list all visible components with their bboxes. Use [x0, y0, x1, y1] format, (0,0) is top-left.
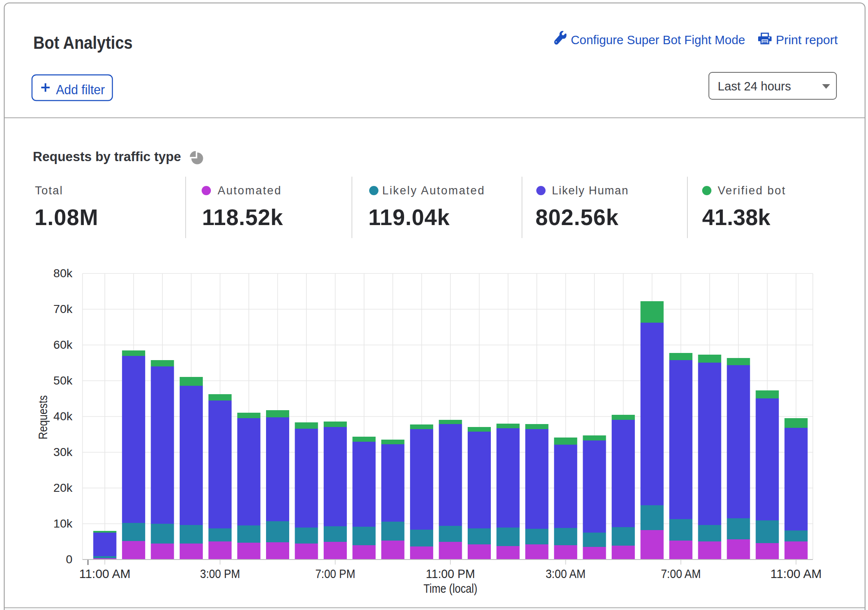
- svg-text:60k: 60k: [53, 338, 73, 351]
- svg-text:50k: 50k: [53, 374, 73, 387]
- svg-text:3:00 AM: 3:00 AM: [546, 567, 586, 581]
- svg-text:20k: 20k: [53, 481, 73, 494]
- svg-text:11:00 AM: 11:00 AM: [770, 567, 822, 581]
- svg-text:7:00 AM: 7:00 AM: [661, 567, 701, 581]
- svg-text:Automated: Automated: [218, 184, 281, 197]
- svg-text:11:00 PM: 11:00 PM: [426, 567, 475, 581]
- svg-text:Bot Analytics: Bot Analytics: [33, 32, 133, 53]
- svg-text:Configure Super Bot Fight Mode: Configure Super Bot Fight Mode: [571, 33, 745, 47]
- svg-text:Likely Automated: Likely Automated: [382, 184, 484, 197]
- svg-text:10k: 10k: [53, 517, 73, 530]
- svg-text:30k: 30k: [53, 446, 73, 459]
- svg-text:41.38k: 41.38k: [702, 205, 771, 230]
- svg-text:70k: 70k: [53, 302, 73, 316]
- svg-text:1.08M: 1.08M: [35, 205, 98, 230]
- svg-text:Verified bot: Verified bot: [718, 184, 785, 197]
- svg-text:Print report: Print report: [776, 33, 838, 47]
- svg-text:Total: Total: [35, 184, 62, 197]
- svg-text:80k: 80k: [53, 267, 73, 280]
- svg-text:Requests: Requests: [36, 395, 50, 440]
- svg-text:119.04k: 119.04k: [368, 205, 450, 230]
- svg-text:118.52k: 118.52k: [202, 205, 283, 230]
- svg-text:11:00 AM: 11:00 AM: [79, 567, 130, 581]
- svg-text:802.56k: 802.56k: [535, 205, 619, 230]
- svg-text:0: 0: [66, 553, 72, 566]
- svg-text:Requests by traffic type: Requests by traffic type: [33, 149, 181, 164]
- svg-text:40k: 40k: [53, 410, 73, 423]
- svg-text:Likely Human: Likely Human: [552, 184, 628, 197]
- svg-text:Last 24 hours: Last 24 hours: [718, 79, 791, 93]
- svg-text:3:00 PM: 3:00 PM: [200, 567, 240, 581]
- svg-text:Add filter: Add filter: [56, 82, 105, 97]
- svg-text:7:00 PM: 7:00 PM: [315, 567, 355, 581]
- svg-text:Time (local): Time (local): [423, 581, 477, 595]
